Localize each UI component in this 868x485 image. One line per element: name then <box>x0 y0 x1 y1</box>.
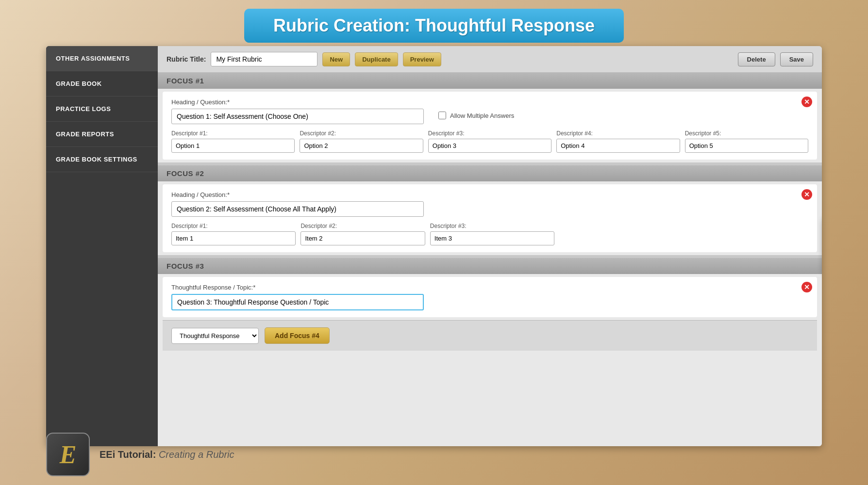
title-bar: Rubric Creation: Thoughtful Response <box>244 9 624 43</box>
logo-box: E <box>46 433 90 476</box>
focus-1-descriptor-3-input[interactable] <box>428 139 551 153</box>
focus-1-descriptor-5-input[interactable] <box>685 139 808 153</box>
add-focus-button[interactable]: Add Focus #4 <box>265 327 330 344</box>
sidebar-item-grade-book-settings[interactable]: GRADE BOOK SETTINGS <box>46 147 158 172</box>
focus-1-heading-label: Heading / Question:* <box>171 98 808 106</box>
sidebar-item-grade-reports[interactable]: GRADE REPORTS <box>46 122 158 147</box>
footer-text: EEi Tutorial: Creating a Rubric <box>100 449 234 460</box>
toolbar: Rubric Title: New Duplicate Preview Dele… <box>158 46 822 73</box>
focus-2-descriptor-1: Descriptor #1: <box>171 223 296 245</box>
focus-3-close-button[interactable]: ✕ <box>801 282 812 292</box>
focus-1-descriptor-1-label: Descriptor #1: <box>171 130 295 137</box>
rubric-title-label: Rubric Title: <box>167 55 206 63</box>
focus-2-descriptor-3: Descriptor #3: <box>430 223 554 245</box>
focus-1-descriptor-5: Descriptor #5: <box>685 130 808 153</box>
focus-1-descriptor-2-input[interactable] <box>300 139 423 153</box>
sidebar: OTHER ASSIGNMENTS GRADE BOOK PRACTICE LO… <box>46 46 158 446</box>
tutorial-italic-text: Creating a Rubric <box>159 449 234 460</box>
focus-3-section: FOCUS #3 ✕ Thoughtful Response / Topic:* <box>158 258 822 317</box>
focus-1-descriptor-2: Descriptor #2: <box>300 130 423 153</box>
focus-2-heading-input[interactable] <box>171 201 424 217</box>
focus-1-close-button[interactable]: ✕ <box>801 97 812 107</box>
focus-1-section: FOCUS #1 ✕ Heading / Question:* Allow Mu… <box>158 73 822 160</box>
focus-1-allow-multiple-row: Allow Multiple Answers <box>438 112 514 119</box>
focus-1-descriptor-5-label: Descriptor #5: <box>685 130 808 137</box>
new-button[interactable]: New <box>322 52 350 66</box>
focus-1-descriptor-3-label: Descriptor #3: <box>428 130 551 137</box>
focus-1-descriptor-4: Descriptor #4: <box>556 130 680 153</box>
content-area: Rubric Title: New Duplicate Preview Dele… <box>158 46 822 446</box>
focus-2-descriptor-2-label: Descriptor #2: <box>300 223 425 229</box>
focus-2-heading-label: Heading / Question:* <box>171 191 808 198</box>
focus-2-descriptor-3-label: Descriptor #3: <box>430 223 554 229</box>
sidebar-item-other-assignments[interactable]: OTHER ASSIGNMENTS <box>46 46 158 71</box>
delete-button[interactable]: Delete <box>738 52 775 66</box>
focus-1-allow-multiple-label: Allow Multiple Answers <box>450 112 514 119</box>
sidebar-item-practice-logs[interactable]: PRACTICE LOGS <box>46 97 158 122</box>
footer: E EEi Tutorial: Creating a Rubric <box>46 433 234 476</box>
focus-1-allow-multiple-checkbox[interactable] <box>438 112 446 119</box>
focus-2-descriptor-4-empty <box>559 223 808 245</box>
focus-2-descriptor-1-input[interactable] <box>171 231 296 245</box>
bottom-bar: Thoughtful Response Multiple Choice Chec… <box>163 320 817 351</box>
focus-1-descriptor-1-input[interactable] <box>171 139 295 153</box>
focus-2-descriptor-2-input[interactable] <box>300 231 425 245</box>
focus-1-descriptor-3: Descriptor #3: <box>428 130 551 153</box>
focus-2-descriptor-1-label: Descriptor #1: <box>171 223 296 229</box>
focus-2-descriptors: Descriptor #1: Descriptor #2: Descriptor… <box>171 223 808 245</box>
focus-1-descriptor-1: Descriptor #1: <box>171 130 295 153</box>
focus-3-heading-label: Thoughtful Response / Topic:* <box>171 284 808 291</box>
focus-1-question-row: Allow Multiple Answers <box>171 109 808 124</box>
focus-1-descriptor-4-input[interactable] <box>556 139 680 153</box>
logo-letter: E <box>60 440 77 469</box>
focus-type-select[interactable]: Thoughtful Response Multiple Choice Chec… <box>171 328 259 344</box>
focus-2-header: FOCUS #2 <box>158 165 822 181</box>
focus-3-header: FOCUS #3 <box>158 258 822 274</box>
focus-1-heading-input[interactable] <box>171 109 424 124</box>
tutorial-bold-text: EEi Tutorial: <box>100 449 156 460</box>
focus-1-content: ✕ Heading / Question:* Allow Multiple An… <box>163 92 817 160</box>
focus-2-section: FOCUS #2 ✕ Heading / Question:* Enter a … <box>158 165 822 252</box>
focus-2-close-button[interactable]: ✕ <box>801 189 812 200</box>
save-button[interactable]: Save <box>780 52 813 66</box>
focus-1-descriptor-4-label: Descriptor #4: <box>556 130 680 137</box>
focus-1-input-wrap <box>171 109 424 124</box>
rubric-title-input[interactable] <box>211 52 317 66</box>
focus-1-header: FOCUS #1 <box>158 73 822 89</box>
focus-3-content: ✕ Thoughtful Response / Topic:* <box>163 277 817 317</box>
focus-2-content: ✕ Heading / Question:* Enter a question … <box>163 184 817 252</box>
main-container: OTHER ASSIGNMENTS GRADE BOOK PRACTICE LO… <box>46 46 822 446</box>
focus-1-descriptors: Descriptor #1: Descriptor #2: Descriptor… <box>171 130 808 153</box>
page-title: Rubric Creation: Thoughtful Response <box>273 16 595 36</box>
focus-3-heading-input[interactable] <box>171 294 424 310</box>
focus-2-descriptor-2: Descriptor #2: <box>300 223 425 245</box>
sidebar-item-grade-book[interactable]: GRADE BOOK <box>46 71 158 97</box>
focus-1-descriptor-2-label: Descriptor #2: <box>300 130 423 137</box>
focus-2-descriptor-3-input[interactable] <box>430 231 554 245</box>
preview-button[interactable]: Preview <box>403 52 441 66</box>
duplicate-button[interactable]: Duplicate <box>355 52 398 66</box>
